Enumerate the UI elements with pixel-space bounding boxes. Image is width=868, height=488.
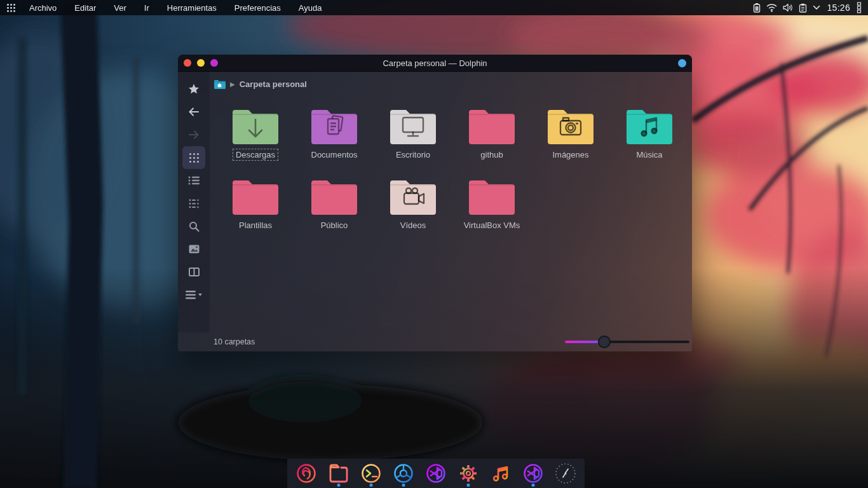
vscodium-icon (522, 462, 545, 485)
folder-label: Plantillas (236, 219, 275, 231)
menu-editar[interactable]: Editar (67, 1, 104, 15)
folder-label: Público (318, 219, 351, 231)
folder-musica[interactable]: Música (610, 108, 689, 161)
files-folder-icon (327, 462, 350, 485)
back-button[interactable] (182, 100, 205, 123)
chevron-down-icon[interactable] (813, 5, 820, 10)
workspace-kebab-icon[interactable] (857, 2, 862, 13)
dock-files[interactable] (325, 459, 353, 488)
firefox-icon (295, 462, 318, 485)
menubar-items: Archivo Editar Ver Ir Herramientas Prefe… (22, 1, 329, 15)
volume-icon[interactable] (783, 3, 793, 12)
close-button[interactable] (184, 59, 191, 67)
menu-archivo[interactable]: Archivo (22, 1, 64, 15)
terminal-icon (360, 462, 383, 485)
preview-image-icon[interactable] (182, 238, 205, 261)
folder-virtualbox-vms[interactable]: VirtualBox VMs (452, 179, 531, 231)
folder-imagenes[interactable]: Imágenes (531, 108, 610, 161)
toolbar-sidebar (178, 72, 210, 332)
breadcrumb-path[interactable]: Carpeta personal (240, 79, 307, 89)
breadcrumb-chevron-icon: ▶ (230, 81, 235, 88)
folder-escritorio[interactable]: Escritorio (374, 108, 452, 161)
folder-documentos[interactable]: Documentos (295, 108, 374, 161)
menu-preferencias[interactable]: Preferencias (227, 1, 288, 15)
menu-herramientas[interactable]: Herramientas (159, 1, 224, 15)
desktop: Archivo Editar Ver Ir Herramientas Prefe… (0, 0, 868, 488)
running-indicator (370, 484, 373, 487)
folder-label: Música (633, 149, 665, 161)
zoom-slider-knob[interactable] (598, 336, 611, 348)
dock-settings[interactable] (454, 459, 482, 488)
folder-grid: Descargas Documentos (216, 108, 689, 231)
running-indicator (532, 484, 535, 487)
icons-view-button[interactable] (182, 146, 205, 169)
folder-publico[interactable]: Público (295, 179, 374, 231)
folder-label: github (477, 149, 506, 161)
menu-ayuda[interactable]: Ayuda (291, 1, 330, 15)
music-notes-icon (489, 462, 512, 485)
running-indicator (402, 484, 405, 487)
folder-label: Imágenes (549, 149, 592, 161)
system-tray (753, 3, 820, 13)
dock (287, 459, 585, 488)
dock-clock[interactable] (552, 459, 580, 488)
dock-firefox[interactable] (292, 459, 320, 488)
vscode-icon (424, 462, 447, 485)
zoom-slider-track[interactable] (565, 341, 689, 343)
zoom-slider[interactable] (565, 336, 689, 348)
wifi-icon[interactable] (766, 3, 777, 12)
search-icon[interactable] (182, 215, 205, 238)
compact-view-button[interactable] (182, 192, 205, 215)
home-folder-icon[interactable] (214, 79, 226, 89)
global-menubar: Archivo Editar Ver Ir Herramientas Prefe… (0, 0, 868, 15)
dock-chromium[interactable] (390, 459, 417, 488)
dock-music[interactable] (487, 459, 515, 488)
folder-label: VirtualBox VMs (461, 219, 524, 231)
split-view-button[interactable] (182, 261, 205, 283)
details-view-button[interactable] (182, 169, 205, 192)
folder-label: Escritorio (393, 149, 433, 161)
menu-ver[interactable]: Ver (106, 1, 134, 15)
folder-label: Documentos (308, 149, 361, 161)
dolphin-window: Carpeta personal — Dolphin (178, 55, 692, 351)
hamburger-menu-button[interactable] (182, 283, 205, 306)
statusbar: 10 carpetas (178, 332, 692, 351)
folder-label: Descargas (233, 149, 278, 161)
dock-terminal[interactable] (357, 459, 385, 488)
window-title: Carpeta personal — Dolphin (178, 58, 692, 68)
clipboard-icon[interactable] (799, 3, 807, 13)
clock-time[interactable]: 15:26 (827, 3, 850, 13)
dock-vscode[interactable] (422, 459, 450, 488)
folder-label: Vídeos (397, 219, 429, 231)
places-star-button[interactable] (182, 78, 205, 100)
forward-button[interactable] (182, 123, 205, 146)
breadcrumb: ▶ Carpeta personal (214, 74, 307, 93)
folder-plantillas[interactable]: Plantillas (216, 179, 295, 231)
maximize-button[interactable] (210, 59, 218, 67)
running-indicator (467, 484, 470, 487)
menu-ir[interactable]: Ir (137, 1, 157, 15)
window-indicator-dot[interactable] (678, 59, 686, 67)
titlebar[interactable]: Carpeta personal — Dolphin (178, 55, 692, 72)
folder-github[interactable]: github (452, 108, 531, 161)
chromium-icon (392, 462, 415, 485)
running-indicator (337, 484, 341, 487)
battery-icon[interactable] (753, 3, 761, 13)
settings-gear-icon (457, 462, 480, 485)
dock-vscodium[interactable] (519, 459, 547, 488)
apps-grid-icon[interactable] (0, 3, 22, 13)
status-folder-count: 10 carpetas (214, 337, 255, 346)
minimize-button[interactable] (197, 59, 205, 67)
folder-videos[interactable]: Vídeos (374, 179, 452, 231)
clock-icon (553, 461, 578, 485)
folder-descargas[interactable]: Descargas (216, 108, 295, 161)
